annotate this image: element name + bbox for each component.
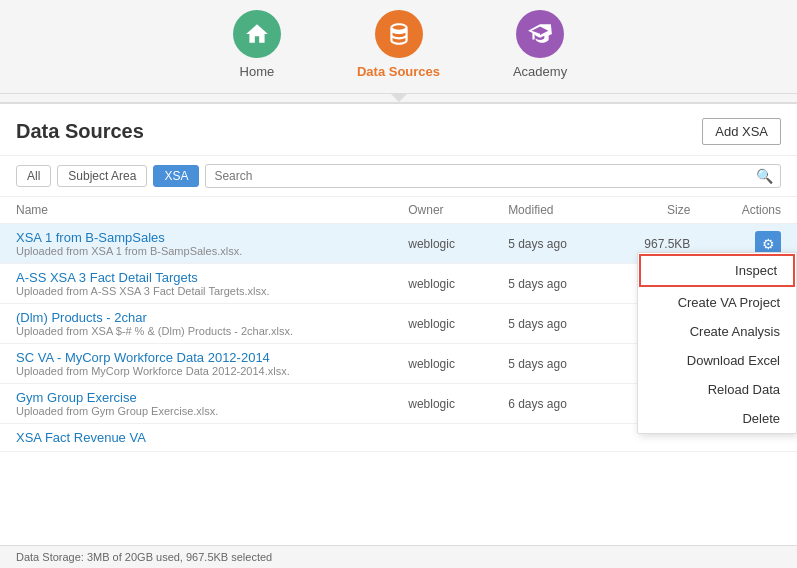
datasources-icon: [386, 21, 412, 47]
col-size: Size: [607, 197, 706, 224]
row-name-main: SC VA - MyCorp Workforce Data 2012-2014: [16, 350, 376, 365]
dropdown-item-create-analysis[interactable]: Create Analysis: [638, 317, 796, 346]
data-table: Name Owner Modified Size Actions XSA 1 f…: [0, 197, 797, 452]
col-owner: Owner: [392, 197, 492, 224]
filter-all-button[interactable]: All: [16, 165, 51, 187]
cell-name: SC VA - MyCorp Workforce Data 2012-2014 …: [0, 344, 392, 384]
cell-modified: 6 days ago: [492, 384, 607, 424]
cell-owner: [392, 424, 492, 452]
cell-modified: 5 days ago: [492, 224, 607, 264]
dropdown-menu: Inspect Create VA Project Create Analysi…: [637, 252, 797, 434]
row-name-main: XSA 1 from B-SampSales: [16, 230, 376, 245]
datasources-label: Data Sources: [357, 64, 440, 79]
row-name-sub: Uploaded from XSA $-# % & (Dlm) Products…: [16, 325, 376, 337]
academy-icon-circle: [516, 10, 564, 58]
nav-item-datasources[interactable]: Data Sources: [357, 10, 440, 85]
cell-actions: ⚙ Inspect Create VA Project Create Analy…: [706, 224, 797, 264]
table-header-row: Name Owner Modified Size Actions: [0, 197, 797, 224]
nav-item-home[interactable]: Home: [217, 10, 297, 85]
row-name-sub: Uploaded from XSA 1 from B-SampSales.xls…: [16, 245, 376, 257]
cell-modified: [492, 424, 607, 452]
table-wrapper[interactable]: Name Owner Modified Size Actions XSA 1 f…: [0, 197, 797, 549]
home-icon-circle: [233, 10, 281, 58]
cell-owner: weblogic: [392, 344, 492, 384]
filter-subject-area-button[interactable]: Subject Area: [57, 165, 147, 187]
cell-name: Gym Group Exercise Uploaded from Gym Gro…: [0, 384, 392, 424]
cell-modified: 5 days ago: [492, 344, 607, 384]
nav-indicator: [0, 94, 797, 102]
col-actions: Actions: [706, 197, 797, 224]
cell-modified: 5 days ago: [492, 264, 607, 304]
status-text: Data Storage: 3MB of 20GB used, 967.5KB …: [16, 551, 272, 563]
filter-bar: All Subject Area XSA 🔍: [0, 156, 797, 197]
cell-modified: 5 days ago: [492, 304, 607, 344]
dropdown-item-create-va[interactable]: Create VA Project: [638, 288, 796, 317]
row-name-main: XSA Fact Revenue VA: [16, 430, 376, 445]
datasources-icon-circle: [375, 10, 423, 58]
top-nav-section: Home Data Sources Academy: [0, 0, 797, 104]
status-bar: Data Storage: 3MB of 20GB used, 967.5KB …: [0, 545, 797, 568]
cell-name: XSA Fact Revenue VA: [0, 424, 392, 452]
row-name-main: Gym Group Exercise: [16, 390, 376, 405]
row-name-sub: Uploaded from A-SS XSA 3 Fact Detail Tar…: [16, 285, 376, 297]
dropdown-item-delete[interactable]: Delete: [638, 404, 796, 433]
cell-name: (Dlm) Products - 2char Uploaded from XSA…: [0, 304, 392, 344]
main-content: Data Sources Add XSA All Subject Area XS…: [0, 104, 797, 568]
top-nav: Home Data Sources Academy: [0, 0, 797, 94]
dropdown-item-inspect[interactable]: Inspect: [639, 254, 795, 287]
page-title: Data Sources: [16, 120, 144, 143]
cell-owner: weblogic: [392, 384, 492, 424]
search-input[interactable]: [205, 164, 781, 188]
app-container: Home Data Sources Academy: [0, 0, 797, 568]
col-modified: Modified: [492, 197, 607, 224]
nav-item-academy[interactable]: Academy: [500, 10, 580, 85]
dropdown-item-reload-data[interactable]: Reload Data: [638, 375, 796, 404]
row-name-sub: Uploaded from MyCorp Workforce Data 2012…: [16, 365, 376, 377]
search-icon: 🔍: [756, 168, 773, 184]
dropdown-item-download-excel[interactable]: Download Excel: [638, 346, 796, 375]
row-name-main: (Dlm) Products - 2char: [16, 310, 376, 325]
nav-arrow: [391, 94, 407, 102]
row-name-main: A-SS XSA 3 Fact Detail Targets: [16, 270, 376, 285]
academy-label: Academy: [513, 64, 567, 79]
cell-name: XSA 1 from B-SampSales Uploaded from XSA…: [0, 224, 392, 264]
table-row: XSA 1 from B-SampSales Uploaded from XSA…: [0, 224, 797, 264]
home-label: Home: [240, 64, 275, 79]
filter-xsa-button[interactable]: XSA: [153, 165, 199, 187]
add-xsa-button[interactable]: Add XSA: [702, 118, 781, 145]
cell-name: A-SS XSA 3 Fact Detail Targets Uploaded …: [0, 264, 392, 304]
cell-owner: weblogic: [392, 304, 492, 344]
home-icon: [244, 21, 270, 47]
cell-owner: weblogic: [392, 224, 492, 264]
academy-icon: [527, 21, 553, 47]
row-name-sub: Uploaded from Gym Group Exercise.xlsx.: [16, 405, 376, 417]
search-wrapper: 🔍: [205, 164, 781, 188]
page-header: Data Sources Add XSA: [0, 104, 797, 156]
cell-owner: weblogic: [392, 264, 492, 304]
col-name: Name: [0, 197, 392, 224]
